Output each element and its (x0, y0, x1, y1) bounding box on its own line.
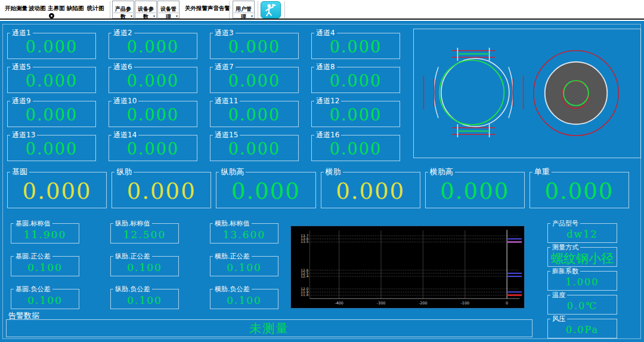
measure-label: 纵肋 (114, 168, 134, 176)
svg-text:12.4: 12.4 (301, 275, 308, 278)
main-view-active-indicator-icon (49, 13, 54, 19)
param-label: 纵肋.正公差 (113, 252, 152, 261)
toolbar-item-device-manage[interactable]: 设备管理 ▾ (157, 1, 179, 19)
svg-text:-200: -200 (419, 301, 428, 306)
measure-box-cross-rib: 横肋0.000 (321, 172, 420, 208)
toolbar-item-main-view[interactable]: 主界面 (48, 5, 65, 13)
param-value: 0.100 (227, 294, 262, 306)
param-box: 横肋.负公差0.100 (210, 289, 278, 309)
info-label: 测量方式 (550, 244, 580, 252)
measure-status-text: 未测量 (250, 321, 289, 337)
product-info-column: 产品型号dw12 测量方式螺纹钢小径 膨胀系数1.000 温度0.0℃ 风压0.… (547, 223, 617, 338)
toolbar-item-product-params[interactable]: 产品参数 ▾ (112, 1, 134, 19)
channel-label: 通道7 (213, 63, 236, 71)
dropdown-arrow-icon[interactable]: ▾ (251, 14, 253, 18)
channel-value: 0.000 (26, 106, 78, 124)
trend-chart: -400-300-200-100013.713.613.512.612.512.… (290, 226, 525, 309)
divider (234, 13, 253, 13)
info-label: 温度 (550, 291, 567, 300)
measure-box-long-rib: 纵肋0.000 (112, 172, 211, 208)
channel-value: 0.000 (127, 106, 179, 124)
channel-label: 通道5 (10, 63, 33, 71)
toolbar-item-wave-chart[interactable]: 波动图 (29, 5, 46, 13)
divider (113, 13, 133, 13)
info-value: 0.0℃ (567, 300, 597, 312)
channel-value: 0.000 (330, 38, 382, 56)
param-label: 横肋.标称值 (213, 220, 252, 228)
toolbar-item-external-alarm[interactable]: 关外报警 (185, 5, 208, 13)
channel-label: 通道15 (213, 131, 240, 139)
param-label: 基圆.负公差 (14, 285, 52, 294)
channel-box-7: 通道70.000 (210, 67, 299, 93)
toolbar-item-device-params[interactable]: 设备参数 ▾ (135, 1, 157, 19)
toolbar-item-start-measure[interactable]: 开始测量 (5, 5, 27, 13)
dropdown-arrow-icon[interactable]: ▾ (153, 14, 155, 18)
info-label: 风压 (550, 315, 567, 323)
channel-value: 0.000 (330, 72, 382, 90)
channel-label: 通道2 (112, 29, 134, 37)
channel-value: 0.000 (228, 72, 280, 90)
measure-box-unit-weight: 单重0.000 (530, 172, 629, 208)
channel-value: 0.000 (330, 106, 382, 124)
svg-text:-400: -400 (335, 301, 343, 306)
channel-label: 通道12 (314, 97, 341, 105)
dropdown-arrow-icon[interactable]: ▾ (176, 14, 178, 18)
expansion-coeff-box: 膨胀系数1.000 (547, 271, 617, 291)
channel-box-10: 通道100.000 (109, 101, 197, 127)
measure-box-long-rib-height: 纵肋高0.000 (216, 172, 315, 208)
rebar-profile-diagram (417, 36, 530, 149)
param-label: 纵肋.标称值 (113, 220, 152, 228)
toolbar-item-stats-chart[interactable]: 统计图 (87, 5, 104, 13)
toolbar-item-user-manage[interactable]: 用户管理 ▾ (233, 1, 255, 19)
channel-value: 0.000 (228, 106, 280, 124)
toolbar-separator (284, 1, 285, 19)
channel-value: 0.000 (26, 140, 78, 158)
channel-box-4: 通道40.000 (311, 33, 400, 59)
param-box: 纵肋.正公差0.100 (110, 256, 179, 276)
measure-label: 单重 (532, 168, 552, 176)
product-model-box: 产品型号dw12 (547, 223, 617, 243)
channel-label: 通道9 (10, 97, 33, 105)
svg-text:13.5: 13.5 (301, 240, 308, 244)
channel-box-2: 通道20.000 (109, 33, 197, 59)
param-box: 基圆.标称值11.900 (11, 223, 79, 244)
channel-label: 通道16 (314, 131, 341, 139)
channel-box-5: 通道50.000 (7, 67, 96, 93)
channel-box-13: 通道130.000 (7, 135, 96, 161)
temperature-box: 温度0.0℃ (547, 295, 617, 315)
info-value: 螺纹钢小径 (551, 250, 614, 267)
channel-box-1: 通道10.000 (7, 33, 96, 59)
measure-mode-box: 测量方式螺纹钢小径 (547, 247, 617, 267)
param-box: 横肋.标称值13.600 (210, 223, 278, 244)
channel-box-11: 通道110.000 (210, 101, 299, 127)
dropdown-arrow-icon[interactable]: ▾ (131, 14, 132, 18)
toolbar-item-sound-alarm[interactable]: 声音告警 (208, 5, 230, 13)
info-value: dw12 (566, 229, 597, 240)
channel-label: 通道6 (112, 63, 134, 71)
channel-box-9: 通道90.000 (7, 101, 96, 127)
param-box: 纵肋.负公差0.100 (110, 289, 179, 309)
toolbar: 开始测量 波动图 主界面 缺陷图 统计图 产品参数 ▾ 设备参数 ▾ 设备管理 … (0, 0, 644, 20)
toolbar-item-defect-chart[interactable]: 缺陷图 (67, 5, 84, 13)
param-value: 0.100 (27, 294, 63, 306)
param-box: 横肋.正公差0.100 (210, 256, 278, 276)
channel-value: 0.000 (26, 38, 78, 56)
section-view-panel (413, 29, 641, 158)
air-pressure-box: 风压0.0Pa (547, 319, 617, 338)
param-box: 基圆.正公差0.100 (11, 256, 79, 276)
divider (159, 13, 178, 13)
info-value: 1.000 (566, 276, 599, 288)
channel-value: 0.000 (127, 72, 179, 90)
svg-text:0: 0 (506, 301, 508, 306)
channel-value: 0.000 (228, 140, 280, 158)
channel-value: 0.000 (330, 140, 382, 158)
run-button[interactable] (261, 1, 281, 19)
channel-value: 0.000 (26, 72, 78, 90)
channel-box-12: 通道120.000 (311, 101, 400, 127)
channel-value: 0.000 (127, 140, 179, 158)
param-value: 12.500 (123, 229, 166, 241)
param-label: 横肋.负公差 (213, 285, 252, 294)
channel-box-15: 通道150.000 (210, 135, 299, 161)
channel-label: 通道3 (213, 29, 236, 37)
param-label: 横肋.正公差 (213, 252, 252, 261)
